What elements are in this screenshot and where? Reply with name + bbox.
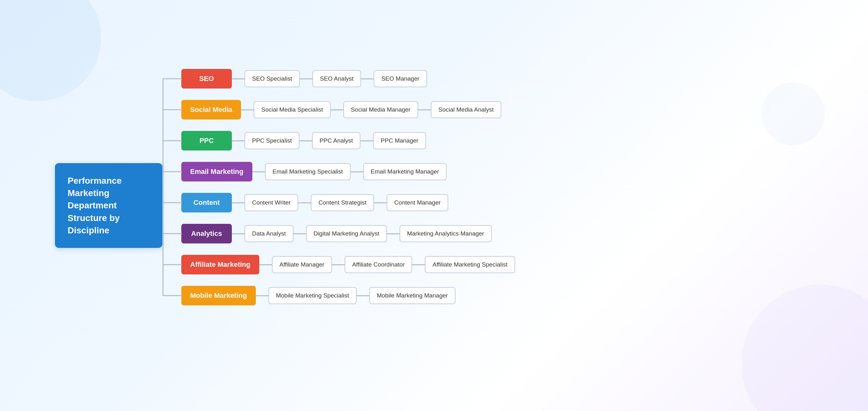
role-connector-ppc-2: [361, 140, 373, 141]
role-connector-ppc-0: [232, 140, 245, 141]
discipline-box-social: Social Media: [181, 100, 241, 119]
role-box-ppc-0: PPC Specialist: [245, 132, 300, 149]
discipline-box-seo: SEO: [181, 69, 232, 89]
discipline-row-mobile: Mobile MarketingMobile Marketing Special…: [162, 280, 813, 311]
role-box-ppc-2: PPC Manager: [373, 132, 426, 149]
role-connector-analytics-0: [232, 233, 245, 234]
role-box-email-0: Email Marketing Specialist: [265, 163, 351, 180]
roles-section-mobile: Mobile Marketing SpecialistMobile Market…: [256, 287, 813, 304]
role-box-social-0: Social Media Specialist: [254, 101, 331, 118]
role-box-affiliate-0: Affiliate Manager: [272, 256, 332, 273]
role-box-affiliate-2: Affiliate Marketing Specialist: [425, 256, 515, 273]
role-connector-social-0: [241, 109, 254, 110]
role-box-content-0: Content Writer: [245, 194, 298, 211]
role-connector-analytics-2: [387, 233, 400, 234]
roles-section-affiliate: Affiliate ManagerAffiliate CoordinatorAf…: [259, 256, 813, 273]
role-box-seo-0: SEO Specialist: [245, 70, 300, 87]
role-box-content-1: Content Strategist: [311, 194, 374, 211]
role-box-content-2: Content Manager: [386, 194, 448, 211]
discipline-box-mobile: Mobile Marketing: [181, 286, 256, 305]
role-box-mobile-1: Mobile Marketing Manager: [369, 287, 456, 304]
roles-section-social: Social Media SpecialistSocial Media Mana…: [241, 101, 813, 118]
role-box-affiliate-1: Affiliate Coordinator: [345, 256, 412, 273]
main-title: Performance Marketing Department Structu…: [55, 163, 162, 248]
role-connector-affiliate-0: [259, 264, 272, 265]
role-connector-mobile-0: [256, 295, 269, 296]
discipline-box-analytics: Analytics: [181, 224, 232, 243]
discipline-box-email: Email Marketing: [181, 162, 252, 181]
role-box-analytics-1: Digital Marketing Analyst: [306, 225, 387, 242]
role-connector-content-2: [374, 202, 386, 203]
discipline-box-affiliate: Affiliate Marketing: [181, 255, 259, 274]
role-connector-mobile-1: [356, 295, 369, 296]
role-box-analytics-2: Marketing Analytics Manager: [400, 225, 492, 242]
role-box-seo-1: SEO Analyst: [312, 70, 361, 87]
role-connector-seo-2: [361, 79, 374, 79]
discipline-row-email: Email MarketingEmail Marketing Specialis…: [162, 156, 813, 187]
chart-container: Performance Marketing Department Structu…: [55, 63, 813, 348]
role-connector-analytics-1: [293, 233, 306, 234]
role-connector-social-1: [331, 109, 343, 110]
role-connector-seo-0: [232, 79, 245, 79]
discipline-row-analytics: AnalyticsData AnalystDigital Marketing A…: [162, 218, 813, 249]
discipline-row-ppc: PPCPPC SpecialistPPC AnalystPPC Manager: [162, 125, 813, 156]
connector-lines: [162, 63, 184, 348]
role-connector-email-0: [252, 171, 265, 172]
roles-section-content: Content WriterContent StrategistContent …: [232, 194, 813, 211]
discipline-row-content: ContentContent WriterContent StrategistC…: [162, 187, 813, 218]
roles-section-analytics: Data AnalystDigital Marketing AnalystMar…: [232, 225, 813, 242]
role-box-email-1: Email Marketing Manager: [363, 163, 446, 180]
title-text: Performance Marketing Department Structu…: [68, 176, 122, 235]
role-connector-content-0: [232, 202, 245, 203]
role-connector-affiliate-1: [332, 264, 345, 265]
discipline-row-seo: SEOSEO SpecialistSEO AnalystSEO Manager: [162, 63, 813, 94]
role-connector-content-1: [298, 202, 311, 203]
role-box-social-2: Social Media Analyst: [431, 101, 501, 118]
role-box-ppc-1: PPC Analyst: [312, 132, 361, 149]
roles-section-email: Email Marketing SpecialistEmail Marketin…: [252, 163, 813, 180]
roles-section-seo: SEO SpecialistSEO AnalystSEO Manager: [232, 70, 813, 87]
role-box-mobile-0: Mobile Marketing Specialist: [269, 287, 356, 304]
role-connector-social-2: [418, 109, 431, 110]
discipline-box-ppc: PPC: [181, 131, 232, 150]
discipline-row-social: Social MediaSocial Media SpecialistSocia…: [162, 94, 813, 125]
discipline-row-affiliate: Affiliate MarketingAffiliate ManagerAffi…: [162, 249, 813, 280]
role-connector-seo-1: [300, 79, 312, 79]
role-connector-ppc-1: [300, 140, 312, 141]
role-connector-email-1: [351, 171, 363, 172]
roles-section-ppc: PPC SpecialistPPC AnalystPPC Manager: [232, 132, 813, 149]
role-box-seo-2: SEO Manager: [374, 70, 427, 87]
role-box-analytics-0: Data Analyst: [245, 225, 293, 242]
discipline-box-content: Content: [181, 193, 232, 212]
role-box-social-1: Social Media Manager: [343, 101, 418, 118]
role-connector-affiliate-2: [412, 264, 425, 265]
